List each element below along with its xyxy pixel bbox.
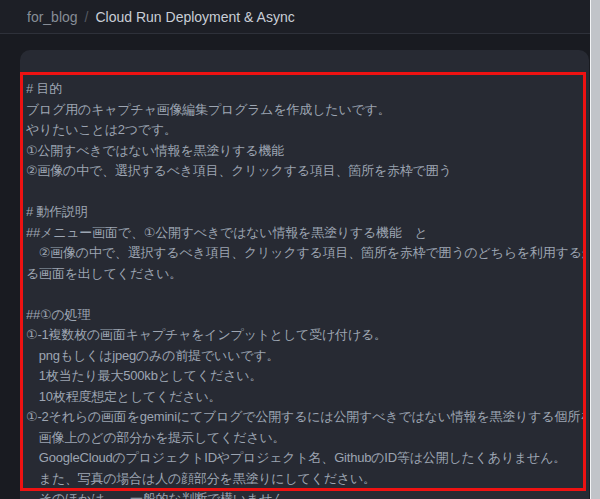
prompt-line bbox=[26, 284, 583, 305]
prompt-line: GoogleCloudのプロジェクトIDやプロジェクト名、GithubのID等は… bbox=[26, 448, 583, 469]
top-bar: for_blog / Cloud Run Deployment & Async bbox=[0, 0, 600, 34]
prompt-textarea[interactable]: # 目的ブログ用のキャプチャ画像編集プログラムを作成したいです。やりたいことは2… bbox=[20, 50, 589, 499]
breadcrumb-title[interactable]: Cloud Run Deployment & Async bbox=[95, 9, 294, 25]
prompt-line: ①公開すべきではない情報を黒塗りする機能 bbox=[26, 141, 583, 162]
prompt-line: ②画像の中で、選択するべき項目、クリックする項目、箇所を赤枠で囲う bbox=[26, 161, 583, 182]
prompt-line: ①-2それらの画面をgeminiにてブログで公開するには公開すべきではない情報を… bbox=[26, 407, 583, 428]
prompt-line: # 目的 bbox=[26, 79, 583, 100]
vertical-scrollbar[interactable] bbox=[590, 0, 600, 499]
prompt-line: 画像上のどの部分かを提示してください。 bbox=[26, 428, 583, 449]
prompt-line: ##①の処理 bbox=[26, 305, 583, 326]
prompt-line: # 動作説明 bbox=[26, 202, 583, 223]
breadcrumb: for_blog / Cloud Run Deployment & Async bbox=[27, 9, 295, 25]
prompt-line bbox=[26, 182, 583, 203]
prompt-line: そのほかは、 一般的な判断で構いません bbox=[26, 489, 583, 499]
prompt-line: 1枚当たり最大500kbとしてください。 bbox=[26, 366, 583, 387]
prompt-line: pngもしくはjpegのみの前提でいいです。 bbox=[26, 346, 583, 367]
prompt-line: ##メニュー画面で、①公開すべきではない情報を黒塗りする機能 と bbox=[26, 223, 583, 244]
prompt-line: 10枚程度想定としてください。 bbox=[26, 387, 583, 408]
prompt-line: また、写真の場合は人の顔部分を黒塗りにしてください。 bbox=[26, 469, 583, 490]
prompt-line: ①-1複数枚の画面キャプチャをインプットとして受け付ける。 bbox=[26, 325, 583, 346]
breadcrumb-folder[interactable]: for_blog bbox=[27, 9, 78, 25]
prompt-line: やりたいことは2つです。 bbox=[26, 120, 583, 141]
prompt-line: ②画像の中で、選択するべき項目、クリックする項目、箇所を赤枠で囲うのどちらを利用… bbox=[26, 243, 583, 264]
breadcrumb-separator: / bbox=[85, 9, 89, 25]
prompt-line: ブログ用のキャプチャ画像編集プログラムを作成したいです。 bbox=[26, 100, 583, 121]
prompt-line: る画面を出してください。 bbox=[26, 264, 583, 285]
prompt-text: # 目的ブログ用のキャプチャ画像編集プログラムを作成したいです。やりたいことは2… bbox=[26, 79, 583, 499]
